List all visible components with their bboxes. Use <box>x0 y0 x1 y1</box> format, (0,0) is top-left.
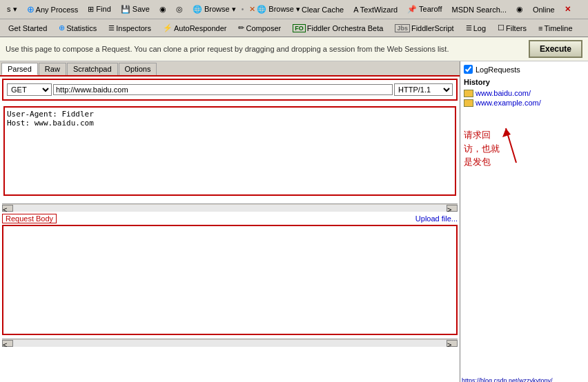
url-row: GET POST PUT DELETE HEAD HTTP/1.1 HTTP/2 <box>5 81 455 98</box>
main-area: Parsed Raw Scratchpad Options GET POST P… <box>0 61 588 382</box>
left-panel: Parsed Raw Scratchpad Options GET POST P… <box>0 61 460 382</box>
request-body-label-row: Request Body Upload file... <box>2 214 458 223</box>
textwizard-button[interactable]: A TextWizard <box>349 3 402 16</box>
toolbar-row1: s ▾ ⊕ Any Process ⊞ Find 💾 Save ◉ ◎ 🌐 Br… <box>0 0 588 19</box>
footer-url-text: https://blog.csdn.net/wzzykytony/ <box>462 377 553 382</box>
tearoff-button[interactable]: 📌 Tearoff <box>403 3 446 16</box>
headers-container: User-Agent: Fiddler Host: www.baidu.com <box>2 105 458 201</box>
autoresponder-label: AutoResponder <box>174 24 226 32</box>
scratchpad-label: Scratchpad <box>73 65 112 73</box>
request-body-label: Request Body <box>2 214 57 223</box>
info-bar: Use this page to compose a Request. You … <box>0 37 588 61</box>
composer-label: Composer <box>246 24 281 32</box>
hscroll-right-btn[interactable]: > <box>447 205 458 212</box>
hscroll-left-btn[interactable]: < <box>2 205 13 212</box>
tab-filters[interactable]: ☐ Filters <box>492 21 532 34</box>
header-line-1: User-Agent: Fiddler <box>7 110 453 119</box>
log-requests-row: LogRequests <box>464 65 585 74</box>
arrow-head <box>502 128 511 137</box>
find-button[interactable]: ⊞ Find <box>84 3 115 16</box>
history-item-2-label: www.example.com/ <box>476 99 541 107</box>
arrow-indicator <box>502 125 530 168</box>
raw-label: Raw <box>45 65 60 73</box>
annotation-chinese-text: 请求回访，也就是发包 <box>464 130 500 167</box>
filters-label: Filters <box>506 24 527 32</box>
tab-get-started[interactable]: Get Started <box>3 22 52 34</box>
annotation-group: 请求回访，也就是发包 <box>464 121 585 169</box>
history-item-1-label: www.baidu.com/ <box>476 89 531 97</box>
timeline-label: Timeline <box>544 24 572 32</box>
folder-icon-2 <box>464 99 473 107</box>
sub-tabs: Parsed Raw Scratchpad Options <box>0 61 460 77</box>
right-panel: LogRequests History www.baidu.com/ www.e… <box>460 61 588 382</box>
protocol-select[interactable]: HTTP/1.1 HTTP/2 <box>394 83 453 96</box>
menu-s-button[interactable]: s ▾ <box>3 3 21 16</box>
body-hscroll-right[interactable]: > <box>447 340 458 347</box>
clear-cache-button[interactable]: ✕ 🌐 Browse ▾ Clear Cache <box>245 3 348 16</box>
toolbar-row2: Get Started ⊕ Statistics ☰ Inspectors ⚡ … <box>0 19 588 37</box>
url-input[interactable] <box>53 84 393 95</box>
sub-tab-parsed[interactable]: Parsed <box>1 63 38 75</box>
tab-log[interactable]: ☰ Log <box>460 22 491 34</box>
fiddlerscript-label: FiddlerScript <box>411 24 454 32</box>
options-label: Options <box>125 65 151 73</box>
url-container: GET POST PUT DELETE HEAD HTTP/1.1 HTTP/2 <box>2 79 458 101</box>
annotation-text: 请求回访，也就是发包 <box>464 128 500 169</box>
body-hscroll[interactable]: < > <box>2 339 458 347</box>
history-item-2[interactable]: www.example.com/ <box>464 98 585 108</box>
tab-timeline[interactable]: ≡ Timeline <box>533 22 578 34</box>
info-bar-text: Use this page to compose a Request. You … <box>6 45 449 53</box>
headers-hscroll[interactable]: < > <box>2 203 458 212</box>
tab-fiddlerscript[interactable]: Jbs FiddlerScript <box>389 22 459 34</box>
tab-statistics[interactable]: ⊕ Statistics <box>53 21 102 34</box>
history-item-1[interactable]: www.baidu.com/ <box>464 88 585 98</box>
history-heading: History <box>464 78 585 86</box>
tab-inspectors[interactable]: ☰ Inspectors <box>103 22 157 34</box>
body-hscroll-left[interactable]: < <box>2 340 13 347</box>
msdn-search-button[interactable]: MSDN Search... <box>447 3 510 16</box>
sub-tab-raw[interactable]: Raw <box>39 63 66 75</box>
icon3-button[interactable]: ◉ <box>512 3 527 16</box>
log-label: Log <box>473 24 486 32</box>
method-select[interactable]: GET POST PUT DELETE HEAD <box>7 83 52 96</box>
annotation-container: 请求回访，也就是发包 <box>464 121 585 169</box>
tab-fiddler-orchestra[interactable]: FO Fiddler Orchestra Beta <box>287 22 389 34</box>
header-line-2: Host: www.baidu.com <box>7 119 453 128</box>
execute-button[interactable]: Execute <box>529 40 582 58</box>
tab-composer[interactable]: ✏ Composer <box>233 21 286 34</box>
upload-link[interactable]: Upload file... <box>415 214 458 223</box>
inspectors-label: Inspectors <box>116 24 151 32</box>
request-body-section: Request Body Upload file... <box>2 214 458 336</box>
icon2-button[interactable]: ◎ <box>172 3 187 16</box>
log-requests-label: LogRequests <box>476 66 520 74</box>
folder-icon-1 <box>464 90 473 97</box>
body-hscroll-track <box>13 340 447 347</box>
statistics-label: Statistics <box>66 24 97 32</box>
arrow-svg <box>502 125 530 166</box>
footer-url: https://blog.csdn.net/wzzykytony/ <box>462 377 587 382</box>
save-button[interactable]: 💾 Save <box>117 3 154 16</box>
sub-tab-scratchpad[interactable]: Scratchpad <box>67 63 118 75</box>
clear-cache-label: Clear Cache <box>302 6 344 14</box>
fiddler-orchestra-label: Fiddler Orchestra Beta <box>307 24 384 32</box>
get-started-label: Get Started <box>8 24 47 32</box>
hscroll-track <box>13 205 447 212</box>
sub-tab-options[interactable]: Options <box>119 63 157 75</box>
parsed-label: Parsed <box>8 65 32 73</box>
any-process-button[interactable]: ⊕ Any Process <box>23 2 83 17</box>
close-toolbar-button[interactable]: ✕ <box>560 3 575 16</box>
headers-area[interactable]: User-Agent: Fiddler Host: www.baidu.com <box>3 106 456 196</box>
icon1-button[interactable]: ◉ <box>155 3 170 16</box>
tab-autoresponder[interactable]: ⚡ AutoResponder <box>157 21 232 34</box>
browse-button[interactable]: 🌐 Browse ▾ <box>188 3 240 16</box>
log-requests-checkbox[interactable] <box>464 65 473 74</box>
body-textarea[interactable] <box>2 225 458 335</box>
online-button[interactable]: Online <box>529 3 559 16</box>
